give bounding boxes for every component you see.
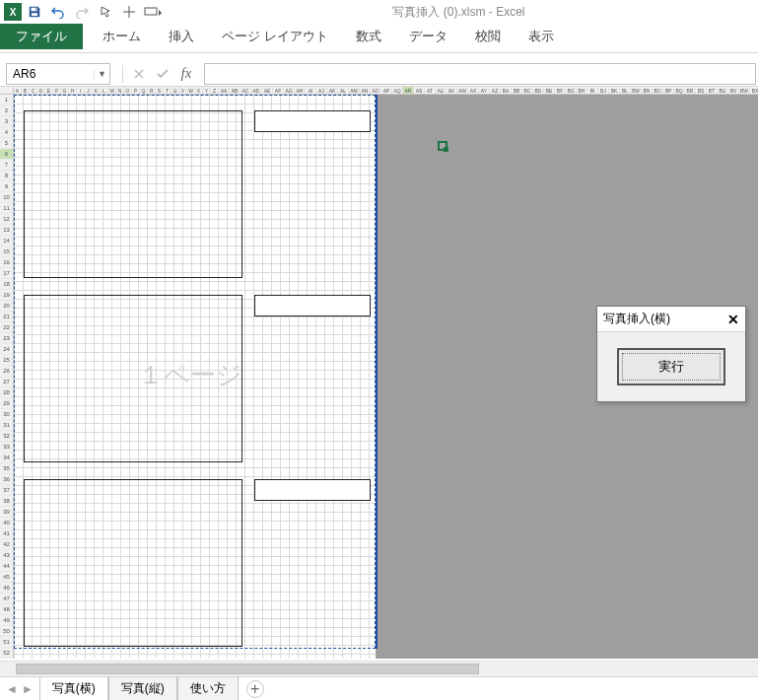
dialog-titlebar[interactable]: 写真挿入(横) ✕ (597, 307, 745, 332)
row-headers[interactable]: 1234567891011121314151617181920212223242… (0, 95, 14, 659)
row-header[interactable]: 28 (0, 387, 13, 398)
column-header[interactable]: AV (447, 87, 457, 94)
column-header[interactable]: O (124, 87, 132, 94)
tab-insert[interactable]: 挿入 (155, 24, 208, 49)
row-header[interactable]: 49 (0, 615, 13, 626)
column-header[interactable]: BF (555, 87, 566, 94)
row-header[interactable]: 41 (0, 528, 13, 539)
column-header[interactable]: AH (295, 87, 306, 94)
row-header[interactable]: 33 (0, 442, 13, 453)
touch-mode-button[interactable] (118, 1, 140, 23)
row-header[interactable]: 19 (0, 290, 13, 301)
row-header[interactable]: 7 (0, 160, 13, 171)
name-box-dropdown-icon[interactable]: ▼ (94, 69, 109, 79)
column-header[interactable]: D (37, 87, 45, 94)
row-header[interactable]: 17 (0, 268, 13, 279)
row-header[interactable]: 30 (0, 409, 13, 420)
column-header[interactable]: AC (241, 87, 251, 94)
row-header[interactable]: 10 (0, 192, 13, 203)
row-header[interactable]: 32 (0, 431, 13, 442)
row-header[interactable]: 34 (0, 453, 13, 463)
column-header[interactable]: V (179, 87, 187, 94)
new-sheet-button[interactable]: + (246, 680, 264, 698)
column-header[interactable]: T (164, 87, 172, 94)
column-header[interactable]: M (108, 87, 116, 94)
row-header[interactable]: 40 (0, 518, 13, 528)
column-header[interactable]: I (77, 87, 85, 94)
column-header[interactable]: H (69, 87, 77, 94)
column-header[interactable]: AY (479, 87, 490, 94)
row-header[interactable]: 48 (0, 604, 13, 615)
column-header[interactable]: AA (219, 87, 230, 94)
column-header[interactable]: BJ (598, 87, 609, 94)
column-header[interactable]: AM (349, 87, 360, 94)
column-header[interactable]: BC (522, 87, 533, 94)
column-header[interactable]: BP (663, 87, 674, 94)
column-header[interactable]: BS (696, 87, 707, 94)
sheet-tab[interactable]: 写真(横) (39, 677, 108, 701)
column-header[interactable]: C (30, 87, 37, 94)
column-header[interactable]: Z (211, 87, 219, 94)
formula-input[interactable] (204, 63, 756, 85)
column-header[interactable]: L (101, 87, 108, 94)
row-header[interactable]: 50 (0, 626, 13, 637)
row-header[interactable]: 18 (0, 279, 13, 290)
column-header[interactable]: B (22, 87, 30, 94)
column-header[interactable]: E (45, 87, 53, 94)
row-header[interactable]: 5 (0, 138, 13, 149)
column-header[interactable]: BA (501, 87, 512, 94)
row-header[interactable]: 31 (0, 420, 13, 431)
row-header[interactable]: 11 (0, 203, 13, 214)
row-header[interactable]: 6 (0, 149, 13, 160)
undo-button[interactable] (47, 1, 69, 23)
column-header[interactable]: AP (381, 87, 392, 94)
row-header[interactable]: 35 (0, 463, 13, 474)
column-header[interactable]: AE (262, 87, 273, 94)
sheet-tab[interactable]: 写真(縦) (108, 677, 177, 701)
row-header[interactable]: 25 (0, 355, 13, 366)
excel-app-icon[interactable]: X (4, 3, 22, 21)
column-header[interactable]: AU (436, 87, 447, 94)
row-header[interactable]: 1 (0, 95, 13, 105)
column-header[interactable]: BG (566, 87, 577, 94)
horizontal-scrollbar[interactable] (0, 661, 758, 676)
dialog-close-button[interactable]: ✕ (727, 312, 739, 327)
name-box[interactable]: AR6 ▼ (6, 63, 110, 85)
row-header[interactable]: 12 (0, 214, 13, 225)
column-header[interactable]: BR (685, 87, 696, 94)
row-header[interactable]: 47 (0, 594, 13, 604)
column-header[interactable]: F (53, 87, 61, 94)
row-header[interactable]: 27 (0, 377, 13, 387)
column-header[interactable]: AS (414, 87, 425, 94)
row-header[interactable]: 51 (0, 637, 13, 648)
row-header[interactable]: 45 (0, 572, 13, 583)
tab-home[interactable]: ホーム (89, 24, 155, 49)
column-header[interactable]: BV (728, 87, 739, 94)
column-header[interactable]: U (172, 87, 179, 94)
row-header[interactable]: 26 (0, 366, 13, 377)
column-header[interactable]: BW (739, 87, 750, 94)
row-header[interactable]: 22 (0, 322, 13, 333)
row-header[interactable]: 4 (0, 127, 13, 138)
tab-review[interactable]: 校閲 (461, 24, 515, 49)
sheet-next-icon[interactable]: ► (22, 682, 34, 696)
column-header[interactable]: BB (512, 87, 522, 94)
column-header[interactable]: N (116, 87, 124, 94)
column-header[interactable]: BK (609, 87, 620, 94)
column-header[interactable]: BQ (674, 87, 685, 94)
column-header[interactable]: Y (203, 87, 211, 94)
row-header[interactable]: 44 (0, 561, 13, 572)
row-header[interactable]: 16 (0, 257, 13, 268)
column-header[interactable]: AD (251, 87, 262, 94)
row-header[interactable]: 3 (0, 116, 13, 127)
column-header[interactable]: BO (653, 87, 663, 94)
column-header[interactable]: A (14, 87, 22, 94)
column-header[interactable]: AJ (316, 87, 327, 94)
column-header[interactable]: W (187, 87, 195, 94)
column-header[interactable]: BT (707, 87, 718, 94)
redo-button[interactable] (71, 1, 93, 23)
column-header[interactable]: AR (403, 87, 414, 94)
column-header[interactable]: S (156, 87, 164, 94)
save-button[interactable] (24, 1, 45, 23)
column-header[interactable]: BI (587, 87, 598, 94)
